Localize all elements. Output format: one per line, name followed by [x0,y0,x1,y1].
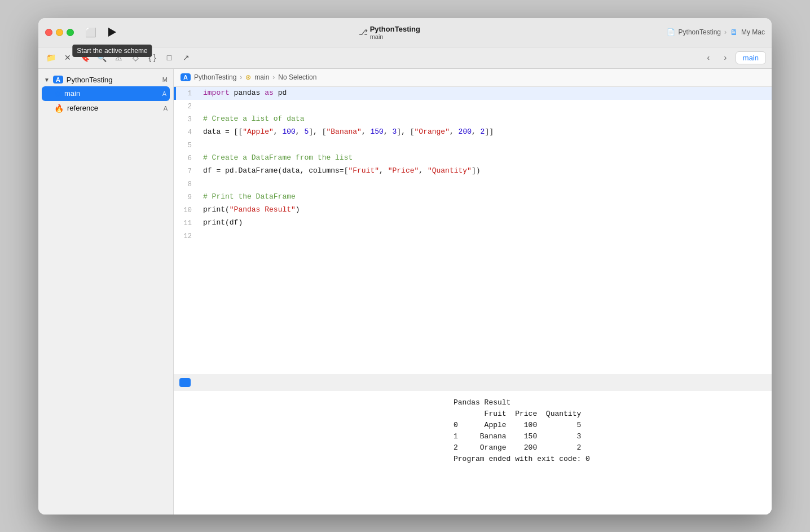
monitor-icon: 🖥 [730,28,738,37]
code-token: print(df) [203,218,243,227]
code-token: "Banana" [326,127,361,136]
run-button[interactable]: Start the active scheme [103,24,121,40]
table-row: 6# Create a DataFrame from the list [174,152,772,165]
chat-icon[interactable]: □ [162,51,176,64]
code-token: ], [ [309,127,326,136]
code-token: ) [296,205,300,214]
line-content: # Create a list of data [199,113,772,126]
line-number: 11 [176,217,199,230]
line-content [199,178,772,191]
line-content: df = pd.DataFrame(data, columns=["Fruit"… [199,165,772,178]
table-row: 11print(df) [174,217,772,230]
table-row: 4data = [["Apple", 100, 5], ["Banana", 1… [174,126,772,139]
code-token: ]) [472,166,481,175]
titlebar: ⬜ Start the active scheme ⎇ PythonTestin… [38,18,772,47]
code-token: , [296,127,305,136]
code-token: pd [274,89,287,97]
line-number: 5 [176,139,199,152]
code-token: # Create a list of data [203,115,304,123]
editor-area: A PythonTesting › ⊛ main › No Selection … [174,69,772,515]
sidebar-item-main[interactable]: ⊛ main A [42,86,170,101]
code-editor[interactable]: 1import pandas as pd2 3# Create a list o… [174,87,772,375]
nav-forward-button[interactable]: › [719,51,732,64]
table-row: 8 [174,178,772,191]
output-panel: Pandas Result Fruit Price Quantity 0 App… [174,390,772,515]
line-number: 12 [176,230,199,243]
code-token: , [472,127,481,136]
code-token: # Create a DataFrame from the list [203,153,353,162]
active-tab[interactable]: main [736,51,766,64]
code-token: print( [203,205,230,214]
maximize-button[interactable] [67,29,74,36]
code-token: "Fruit" [348,166,379,175]
code-token: 200 [459,127,472,136]
breadcrumb-project: PythonTesting [679,28,721,36]
sidebar-item-reference-badge: A [164,105,168,112]
line-number: 10 [176,204,199,217]
share-icon[interactable]: ↗ [179,51,193,64]
code-token: ]] [485,127,494,136]
scheme-info: PythonTesting main [370,25,420,40]
line-number: 3 [176,113,199,126]
code-token: , [450,127,459,136]
table-row: 10print("Pandas Result") [174,204,772,217]
main-content: ▼ A PythonTesting M ⊛ main A 🔥 reference… [38,69,772,515]
code-token: df = pd.DataFrame(data, columns=[ [203,166,348,175]
code-token: pandas [230,89,265,97]
editor-breadcrumb-selection: No Selection [278,73,316,81]
editor-breadcrumb-sep2: › [272,73,275,81]
code-token: 100 [282,127,295,136]
line-number: 4 [176,126,199,139]
run-tooltip: Start the active scheme [72,45,152,57]
table-row: 2 [174,100,772,113]
sidebar-item-reference-label: reference [67,104,160,112]
scheme-name: PythonTesting [370,25,420,33]
code-token: 150 [371,127,384,136]
code-table: 1import pandas as pd2 3# Create a list o… [174,87,772,243]
sidebar-item-main-label: main [64,89,159,98]
sidebar-item-main-badge: A [162,90,166,97]
code-token: "Apple" [243,127,274,136]
folder-icon[interactable]: 📁 [44,51,58,64]
line-content [199,139,772,152]
code-token: import [203,89,230,97]
code-token: ], [ [397,127,414,136]
sidebar-project[interactable]: ▼ A PythonTesting M [38,73,173,86]
sidebar-project-name: PythonTesting [67,76,159,84]
code-token: # Print the DataFrame [203,192,296,201]
line-number: 8 [176,178,199,191]
table-row: 5 [174,139,772,152]
output-text: Pandas Result Fruit Price Quantity 0 App… [444,390,772,472]
line-content: # Print the DataFrame [199,191,772,204]
line-number: 2 [176,100,199,113]
code-token: "Price" [388,166,419,175]
sidebar-toggle-button[interactable]: ⬜ [83,26,99,38]
table-row: 7df = pd.DataFrame(data, columns=["Fruit… [174,165,772,178]
close-button[interactable] [45,29,52,36]
breadcrumb-destination: My Mac [741,28,765,36]
titlebar-breadcrumb: 📄 PythonTesting › 🖥 My Mac [667,28,765,37]
line-number: 1 [176,87,199,100]
breadcrumb-file-icon: 📄 [667,28,675,36]
scheme-branch-icon: ⎇ [359,28,368,37]
line-content: import pandas as pd [199,87,772,100]
line-content: data = [["Apple", 100, 5], ["Banana", 15… [199,126,772,139]
line-content [199,230,772,243]
sidebar: ▼ A PythonTesting M ⊛ main A 🔥 reference… [38,69,174,515]
app-window: ⬜ Start the active scheme ⎇ PythonTestin… [38,18,772,515]
scheme-branch: main [370,33,384,40]
minimize-button[interactable] [56,29,63,36]
editor-breadcrumb-file-icon: ⊛ [245,73,251,81]
code-token: , [274,127,283,136]
code-token: , [379,166,388,175]
editor-breadcrumb: A PythonTesting › ⊛ main › No Selection [174,69,772,87]
sidebar-item-reference[interactable]: 🔥 reference A [38,101,173,116]
console-pill [179,378,191,387]
line-content [199,100,772,113]
table-row: 1import pandas as pd [174,87,772,100]
main-file-icon: ⊛ [54,89,61,98]
console-divider [174,375,772,390]
run-triangle-icon [108,28,116,37]
nav-back-button[interactable]: ‹ [702,51,715,64]
code-token: "Quantity" [428,166,472,175]
